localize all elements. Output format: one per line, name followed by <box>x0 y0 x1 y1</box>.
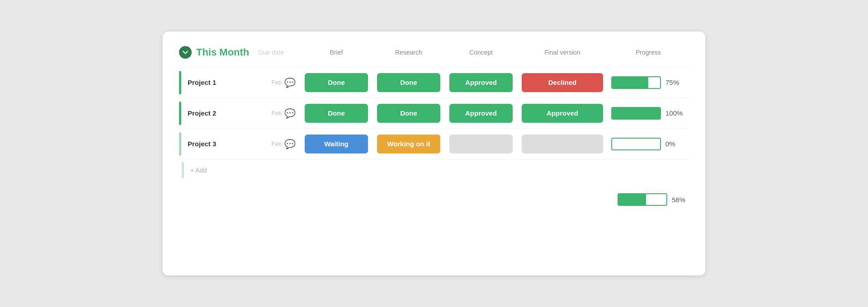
progress-bar-3 <box>611 138 661 150</box>
project-left-2: Project 2 Feb 💬 <box>179 102 300 125</box>
header-row: This Month Due date Brief Research Conce… <box>179 46 689 59</box>
project-cols-2: Done Done Approved Approved 100% <box>300 104 689 123</box>
project-left-1: Project 1 Feb 💬 <box>179 71 300 94</box>
add-label[interactable]: + Add <box>190 167 207 174</box>
brief-badge-2[interactable]: Done <box>305 104 368 123</box>
progress-bar-2 <box>611 107 661 120</box>
progress-cell-3: 0% <box>608 138 689 150</box>
comment-icon-3[interactable]: 💬 <box>284 139 296 149</box>
final-version-badge-3 <box>522 135 603 154</box>
comment-icon-1[interactable]: 💬 <box>284 77 296 88</box>
project-due-2: Feb <box>272 110 282 116</box>
due-date-label: Due date <box>258 49 284 56</box>
research-badge-1[interactable]: Done <box>377 73 440 92</box>
research-cell-3[interactable]: Working on it <box>373 135 445 154</box>
project-name-1: Project 1 <box>188 79 272 86</box>
concept-badge-1[interactable]: Approved <box>449 73 513 92</box>
section-title: This Month <box>196 47 249 58</box>
brief-badge-3[interactable]: Waiting <box>305 135 368 154</box>
comment-icon-2[interactable]: 💬 <box>284 108 296 119</box>
concept-badge-3 <box>449 135 513 154</box>
footer-row: 58% <box>179 193 689 206</box>
main-card: This Month Due date Brief Research Conce… <box>163 32 705 275</box>
project-name-3: Project 3 <box>188 140 272 148</box>
project-due-1: Feb <box>272 79 282 86</box>
concept-cell-3[interactable] <box>445 135 517 154</box>
progress-label-3: 0% <box>665 140 683 148</box>
project-cols-1: Done Done Approved Declined 75% <box>300 73 689 92</box>
final-version-badge-1[interactable]: Declined <box>522 73 603 92</box>
final-version-cell-3[interactable] <box>517 135 608 154</box>
add-accent <box>182 162 184 178</box>
table-row: Project 2 Feb 💬 Done Done Approved Appro… <box>179 98 689 128</box>
col-header-final-version: Final version <box>517 49 608 56</box>
footer-progress-bar <box>618 193 667 206</box>
add-row[interactable]: + Add <box>179 159 689 181</box>
progress-bar-fill-1 <box>612 77 648 88</box>
concept-cell-2[interactable]: Approved <box>445 104 517 123</box>
project-left-3: Project 3 Feb 💬 <box>179 132 300 156</box>
col-header-research: Research <box>373 49 445 56</box>
progress-label-1: 75% <box>665 79 683 86</box>
research-badge-3[interactable]: Working on it <box>377 135 440 154</box>
collapse-button[interactable] <box>179 46 192 59</box>
projects-table: Project 1 Feb 💬 Done Done Approved Decli… <box>179 67 689 181</box>
final-version-cell-1[interactable]: Declined <box>517 73 608 92</box>
col-header-progress: Progress <box>608 49 689 56</box>
progress-cell-2: 100% <box>608 107 689 120</box>
research-cell-1[interactable]: Done <box>373 73 445 92</box>
column-headers: Brief Research Concept Final version Pro… <box>300 49 689 56</box>
footer-progress-fill <box>618 194 646 205</box>
brief-cell-3[interactable]: Waiting <box>300 135 373 154</box>
concept-badge-2[interactable]: Approved <box>449 104 513 123</box>
footer-progress-cell: 58% <box>618 193 689 206</box>
progress-cell-1: 75% <box>608 76 689 89</box>
project-name-2: Project 2 <box>188 109 272 117</box>
research-badge-2[interactable]: Done <box>377 104 440 123</box>
project-accent-1 <box>179 71 181 94</box>
footer-progress-label: 58% <box>672 196 689 204</box>
concept-cell-1[interactable]: Approved <box>445 73 517 92</box>
research-cell-2[interactable]: Done <box>373 104 445 123</box>
col-header-brief: Brief <box>300 49 373 56</box>
section-header-left: This Month Due date <box>179 46 300 59</box>
progress-label-2: 100% <box>665 109 683 117</box>
final-version-badge-2[interactable]: Approved <box>522 104 603 123</box>
final-version-cell-2[interactable]: Approved <box>517 104 608 123</box>
project-due-3: Feb <box>272 140 282 147</box>
brief-cell-2[interactable]: Done <box>300 104 373 123</box>
progress-bar-1 <box>611 76 661 89</box>
project-accent-3 <box>179 132 181 156</box>
progress-bar-fill-2 <box>612 108 660 119</box>
brief-cell-1[interactable]: Done <box>300 73 373 92</box>
project-accent-2 <box>179 102 181 125</box>
project-cols-3: Waiting Working on it 0% <box>300 135 689 154</box>
table-row: Project 3 Feb 💬 Waiting Working on it <box>179 128 689 159</box>
table-row: Project 1 Feb 💬 Done Done Approved Decli… <box>179 67 689 98</box>
brief-badge-1[interactable]: Done <box>305 73 368 92</box>
col-header-concept: Concept <box>445 49 517 56</box>
